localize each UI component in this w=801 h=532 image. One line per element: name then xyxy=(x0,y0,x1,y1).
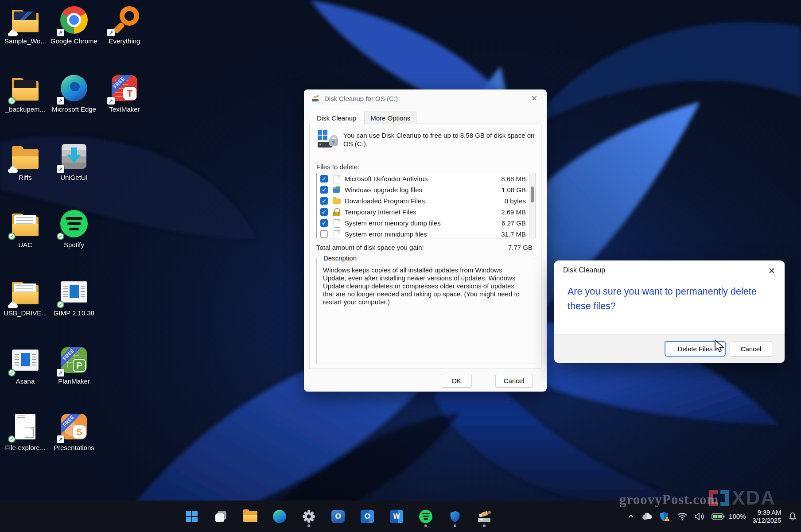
file-explorer-icon xyxy=(243,511,257,522)
file-icon xyxy=(332,219,341,228)
desktop-icon-label: File-explore... xyxy=(5,444,46,452)
tab-more-options[interactable]: More Options xyxy=(364,112,416,124)
folder-icon xyxy=(12,149,39,169)
desktop-icon-usb-drive[interactable]: USB_DRIVE... xyxy=(1,276,50,317)
desktop-icon-sample-wo[interactable]: Sample_Wo... xyxy=(1,4,50,45)
outlook-new-button[interactable] xyxy=(328,505,348,528)
desktop-icon-riffs[interactable]: Riffs xyxy=(1,141,50,182)
spotify-icon xyxy=(419,510,432,523)
cancel-button[interactable]: Cancel xyxy=(495,374,533,388)
desktop-icon-label: _backupem... xyxy=(5,105,45,113)
desktop-icon-backupem[interactable]: ✓ _backupem... xyxy=(1,73,50,113)
shortcut-arrow-icon: ↗ xyxy=(57,435,64,443)
volume-icon[interactable] xyxy=(694,512,705,521)
desktop-icon-textmaker[interactable]: FREE T ↗ TextMaker xyxy=(100,73,149,113)
desktop-icon-everything[interactable]: ↗ Everything xyxy=(100,4,149,45)
app-window-icon xyxy=(61,281,87,303)
ok-button[interactable]: OK xyxy=(441,374,472,388)
desktop-icon-file-explore[interactable]: ✓ File-explore... xyxy=(1,411,50,452)
scrollbar[interactable] xyxy=(529,173,536,238)
onedrive-cloud-badge-icon xyxy=(8,30,18,36)
desktop-icon-label: Microsoft Edge xyxy=(52,105,96,113)
disk-lock-icon xyxy=(317,129,339,150)
desktop-icon-asana[interactable]: ✓ Asana xyxy=(1,345,50,385)
total-gain-label: Total amount of disk space you gain: xyxy=(316,244,424,251)
outlook-new-icon xyxy=(331,510,345,523)
desktop-icon-presentations[interactable]: FREE S ↗ Presentations xyxy=(50,411,98,452)
file-size: 6.27 GB xyxy=(502,219,526,227)
desktop-icon-planmaker[interactable]: FREE P ↗ PlanMaker xyxy=(50,345,98,385)
file-size: 8.68 MB xyxy=(501,175,526,183)
file-explorer-button[interactable] xyxy=(241,505,260,528)
mouse-cursor xyxy=(714,340,726,353)
close-icon[interactable]: ✕ xyxy=(766,265,778,276)
onedrive-cloud-icon[interactable] xyxy=(642,513,653,520)
desktop-icon-label: GIMP 2.10.38 xyxy=(54,309,94,317)
checkbox[interactable] xyxy=(320,219,328,227)
checkbox[interactable] xyxy=(320,186,328,194)
checkbox[interactable] xyxy=(320,208,328,216)
presentations-icon: FREE S xyxy=(61,414,87,439)
file-row[interactable]: Microsoft Defender Antivirus 8.68 MB xyxy=(317,173,536,184)
word-button[interactable] xyxy=(387,505,406,528)
scrollbar-thumb[interactable] xyxy=(531,186,534,202)
desktop-icon-microsoft-edge[interactable]: ↗ Microsoft Edge xyxy=(50,73,98,113)
folder-icon xyxy=(12,81,39,101)
desktop-icon-label: Presentations xyxy=(54,444,94,452)
file-row[interactable]: System error minidump files 31.7 MB xyxy=(317,229,536,238)
file-row[interactable]: System error memory dump files 6.27 GB xyxy=(317,217,536,229)
files-listbox[interactable]: Microsoft Defender Antivirus 8.68 MB Win… xyxy=(316,173,536,238)
shortcut-arrow-icon: ↗ xyxy=(57,369,64,377)
security-warning-icon[interactable] xyxy=(660,512,670,521)
desktop-icon-label: Everything xyxy=(109,37,140,45)
start-button[interactable] xyxy=(182,505,202,528)
desktop-icon-label: Google Chrome xyxy=(51,37,97,45)
sync-check-badge-icon: ✓ xyxy=(8,233,16,240)
close-icon[interactable]: ✕ xyxy=(529,93,540,104)
edge-icon xyxy=(61,75,87,101)
settings-button[interactable] xyxy=(299,505,319,528)
spotify-button[interactable] xyxy=(416,505,435,528)
document-icon xyxy=(15,414,35,439)
desktop-icon-uac[interactable]: ✓ UAC xyxy=(1,208,50,249)
word-icon xyxy=(390,510,403,523)
confirm-cancel-button[interactable]: Cancel xyxy=(730,341,772,357)
checkbox[interactable] xyxy=(320,230,328,238)
shortcut-arrow-icon: ↗ xyxy=(57,29,64,36)
battery-icon[interactable] xyxy=(712,513,725,520)
folder-icon xyxy=(12,217,39,236)
disk-cleanup-button[interactable] xyxy=(474,505,494,528)
task-view-button[interactable] xyxy=(211,505,231,528)
tab-disk-cleanup[interactable]: Disk Cleanup xyxy=(310,111,363,125)
total-gain-value: 7.77 GB xyxy=(508,244,535,251)
dialog-footer: Delete Files Cancel xyxy=(554,334,785,363)
desktop-icon-gimp[interactable]: ✓ GIMP 2.10.38 xyxy=(50,276,98,317)
textmaker-icon: FREE T xyxy=(112,75,137,101)
tray-chevron-up-icon[interactable] xyxy=(627,513,635,520)
desktop-icon-google-chrome[interactable]: ↗ Google Chrome xyxy=(50,4,98,45)
notification-bell-icon[interactable] xyxy=(788,512,797,521)
file-row[interactable]: Downloaded Program Files 0 bytes xyxy=(317,195,536,206)
outlook-classic-button[interactable] xyxy=(358,505,377,528)
desktop-icon-label: Riffs xyxy=(19,174,32,182)
wifi-icon[interactable] xyxy=(677,512,688,520)
files-to-delete-label: Files to delete: xyxy=(316,163,360,171)
clock[interactable]: 9:39 AM 3/12/2025 xyxy=(752,509,781,524)
checkbox[interactable] xyxy=(320,197,328,205)
dialog-title: Disk Cleanup xyxy=(563,266,605,274)
file-row[interactable]: Temporary Internet Files 2.69 MB xyxy=(317,206,536,217)
file-size: 31.7 MB xyxy=(501,230,526,238)
windows-security-button[interactable] xyxy=(445,505,465,528)
disk-cleanup-dialog: Disk Cleanup for OS (C:) ✕ Disk Cleanup … xyxy=(304,89,547,392)
desktop-icon-label: TextMaker xyxy=(109,105,140,113)
description-text: Windows keeps copies of all installed up… xyxy=(323,266,526,306)
confirm-delete-dialog: Disk Cleanup ✕ Are you sure you want to … xyxy=(554,260,785,363)
desktop-icon-unigetui[interactable]: ↗ UniGetUI xyxy=(50,141,98,182)
edge-button[interactable] xyxy=(270,505,289,528)
dialog-titlebar[interactable]: Disk Cleanup for OS (C:) ✕ xyxy=(304,89,547,107)
checkbox[interactable] xyxy=(320,175,328,183)
desktop-icon-spotify[interactable]: ✓ Spotify xyxy=(50,208,98,249)
file-row[interactable]: Windows upgrade log files 1.08 GB xyxy=(317,184,536,195)
battery-percent: 100% xyxy=(729,513,746,520)
desktop-icon-label: Sample_Wo... xyxy=(4,37,46,45)
